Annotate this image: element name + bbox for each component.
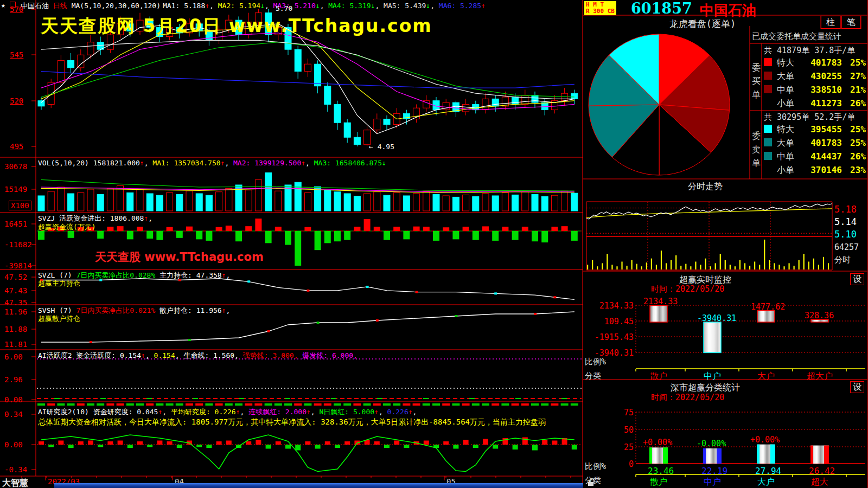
svzj-subtitle: 超赢资金流(万元) xyxy=(38,222,96,232)
order-row-value: 430255 xyxy=(792,71,842,81)
classify-category: 超大 xyxy=(811,477,828,488)
monitor-bar-value: 1477.62 xyxy=(751,302,785,312)
svzj-axis-label: 16451 xyxy=(4,220,27,228)
fenshi-price-label: 5.10 xyxy=(834,229,857,240)
row-swatch xyxy=(764,58,772,66)
price-axis-label: 570 xyxy=(10,5,23,14)
svzl-subtitle: 超赢主力持仓 xyxy=(38,279,80,288)
svzl-axis-label: 47.52 xyxy=(4,273,27,281)
side-label: 委买单 xyxy=(751,61,761,101)
longhu-title: 龙虎看盘(逐单) xyxy=(586,18,819,30)
monitor-time: 时间：2022/05/20 xyxy=(651,284,724,294)
monitor-settings-button[interactable]: 设 xyxy=(850,273,864,285)
svzl-axis-label: 47.43 xyxy=(4,286,27,295)
market-badge: H M TR 300 CB xyxy=(584,1,616,15)
ai2-axis-label: 0.00 xyxy=(4,440,23,449)
ai1-axis-label: 6.00 xyxy=(4,352,23,361)
order-row-pct: 26% xyxy=(844,151,866,162)
order-row-value: 411273 xyxy=(792,98,842,108)
vol-unit-label: X100 xyxy=(9,201,31,210)
classify-axis-label: 25 xyxy=(602,442,634,452)
classify-ratio-label: 比例% xyxy=(585,461,606,472)
svsh-subtitle: 超赢散户持仓 xyxy=(38,314,80,324)
svzl-axis-label: 47.35 xyxy=(4,298,27,307)
classify-axis-label: 75 xyxy=(602,408,634,418)
ai1-header: AI活跃度2 资金活跃度: 0.154↑, 0.154, 生命线: 1.560,… xyxy=(38,351,358,359)
monitor-category: 散户 xyxy=(650,371,667,382)
svsh-axis-label: 11.81 xyxy=(4,340,27,349)
row-swatch xyxy=(764,85,772,93)
ai2-description: 总体近期大资金相对活跃，今日大单净流入: 1805.977万元，其中特大单净流入… xyxy=(38,418,546,427)
main-title: 中国石油 日线 MA(5,10,20,30,60,120) xyxy=(21,2,161,10)
vol-header: VOL(5,10,20) 1581821.000↑, MA1: 1357034.… xyxy=(38,159,386,167)
order-row-value: 338510 xyxy=(792,85,842,95)
price-axis-label: 520 xyxy=(10,97,23,105)
vol-axis-label: 30678 xyxy=(4,162,27,171)
classify-title: 深市超赢分类统计 xyxy=(586,382,825,394)
monitor-category: 超大户 xyxy=(807,371,833,382)
classify-axis-label: 50 xyxy=(602,425,634,435)
fenshi-price-label: 5.18 xyxy=(834,204,857,215)
brand-logo: 大智慧 xyxy=(2,478,28,488)
order-row-value: 401783 xyxy=(792,57,842,68)
order-row-value: 401783 xyxy=(792,138,842,148)
badge-line2: R 300 CB xyxy=(586,8,615,15)
monitor-bar-value: 328.36 xyxy=(805,311,834,320)
side-label: 委卖单 xyxy=(751,129,761,170)
svsh-header: SVSH (7) 7日内买卖净占比0.021% 散户持仓: 11.956↑, xyxy=(38,306,230,314)
high-annotation: 5.70 xyxy=(276,4,292,12)
classify-value-label: 27.94 xyxy=(755,466,781,476)
ai2-header: AI研究度2(10) 资金研究度: 0.045↑, 平均研究度: 0.226↑,… xyxy=(38,408,417,416)
dzh-trading-app: ★ 中国石油 日线 MA(5,10,20,30,60,120) MA1: 5.1… xyxy=(0,0,868,488)
ai1-axis-label: 0.00 xyxy=(4,395,23,404)
order-row-value: 414437 xyxy=(792,151,842,162)
svzj-axis-label: -11682 xyxy=(4,240,32,249)
monitor-axis-label: 109.45 xyxy=(591,317,634,326)
fenshi-vol-label: 64257 xyxy=(834,242,859,252)
row-swatch xyxy=(764,152,772,160)
monitor-bar-value: 2134.33 xyxy=(643,297,678,306)
fenshi-title: 分时走势 xyxy=(586,181,825,192)
zhu-button[interactable]: 柱 xyxy=(821,16,840,29)
svzj-axis-label: -39814 xyxy=(4,261,32,270)
low-annotation: ← 4.95 xyxy=(369,143,394,151)
watermark-banner: 天天查股网 5月20日 www.TTchagu.com xyxy=(41,14,432,38)
table-summary: 共 30295单 52.2手/单 xyxy=(764,112,855,123)
stock-name: 中国石油 xyxy=(700,1,756,20)
order-row-pct: 27% xyxy=(844,71,866,81)
order-row-pct: 21% xyxy=(844,85,866,95)
monitor-category: 中户 xyxy=(704,371,721,382)
classify-category: 散户 xyxy=(650,477,667,488)
svzl-header: SVZL (7) 7日内买卖净占比0.028% 主力持仓: 47.358↑, xyxy=(38,271,230,279)
classify-value-label: 26.42 xyxy=(809,466,835,476)
monitor-axis-label: 2134.33 xyxy=(591,301,634,311)
order-row-pct: 23% xyxy=(844,165,866,175)
ai2-axis-label: -0.34 xyxy=(4,465,27,474)
watermark-text: 天天查股 www.TTchagu.com xyxy=(95,249,264,265)
table-title: 已成交委托单成交量统计 xyxy=(752,31,841,42)
stock-code: 601857 xyxy=(631,0,692,17)
order-row-pct: 26% xyxy=(844,98,866,108)
table-summary: 共 41879单 37.8手/单 xyxy=(764,46,855,56)
order-row-value: 370146 xyxy=(792,165,842,175)
svsh-axis-label: 11.88 xyxy=(4,325,27,333)
classify-category: 大户 xyxy=(757,477,775,488)
svsh-axis-label: 11.96 xyxy=(4,307,27,316)
ma-values: MA1: 5.188↑, MA2: 5.194↓, MA3: 5.210↓, M… xyxy=(163,2,486,10)
row-swatch xyxy=(764,138,772,146)
price-axis-label: 545 xyxy=(10,50,23,59)
monitor-class-label: 分类 xyxy=(585,371,601,381)
classify-settings-button[interactable]: 设 xyxy=(850,381,864,393)
row-swatch xyxy=(764,125,772,133)
labels-layer: ★ 中国石油 日线 MA(5,10,20,30,60,120) MA1: 5.1… xyxy=(0,0,868,488)
fenshi-price-label: 5.14 xyxy=(834,216,857,227)
taskbar-strip xyxy=(54,483,583,488)
monitor-axis-label: -1915.43 xyxy=(591,332,634,342)
classify-change-label: -0.00% xyxy=(697,439,726,448)
monitor-category: 大户 xyxy=(757,371,775,382)
classify-time: 时间：2022/05/20 xyxy=(651,393,724,403)
bi-button[interactable]: 笔 xyxy=(841,16,861,29)
vol-axis-label: 15149 xyxy=(4,185,27,194)
lock-icon-body xyxy=(588,482,593,486)
monitor-bar-value: -3940.31 xyxy=(697,313,736,323)
